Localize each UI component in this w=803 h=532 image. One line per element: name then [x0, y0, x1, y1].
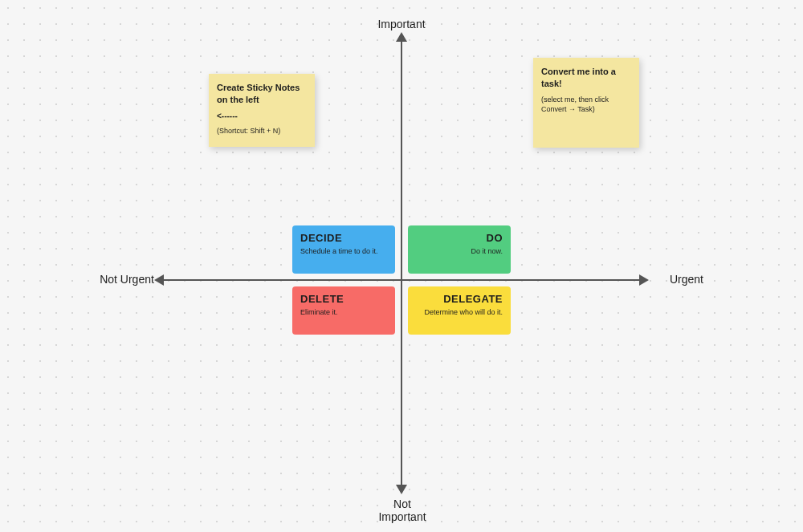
sticky-note-convert-hint: (select me, then click Convert → Task): [541, 95, 631, 114]
eisenhower-matrix-canvas[interactable]: Important Not Important Urgent Not Urgen…: [0, 0, 803, 532]
sticky-note-create-text: Create Sticky Notes on the left: [217, 82, 307, 106]
quadrant-do-subtitle: Do it now.: [416, 247, 503, 256]
arrowhead-left-icon: [154, 274, 164, 286]
quadrant-delegate-title: DELEGATE: [416, 293, 503, 305]
quadrant-decide-subtitle: Schedule a time to do it.: [300, 247, 387, 256]
quadrant-delete-title: DELETE: [300, 293, 387, 305]
quadrant-do[interactable]: DO Do it now.: [408, 225, 511, 274]
quadrant-delegate[interactable]: DELEGATE Determine who will do it.: [408, 286, 511, 335]
quadrant-delete-subtitle: Eliminate it.: [300, 308, 387, 317]
sticky-note-create[interactable]: Create Sticky Notes on the left <------ …: [209, 74, 315, 147]
quadrant-decide[interactable]: DECIDE Schedule a time to do it.: [292, 225, 395, 274]
arrowhead-down-icon: [396, 485, 407, 494]
arrowhead-right-icon: [639, 274, 649, 286]
quadrant-delete[interactable]: DELETE Eliminate it.: [292, 286, 395, 335]
quadrant-decide-title: DECIDE: [300, 232, 387, 244]
axis-label-urgent: Urgent: [662, 273, 711, 286]
sticky-note-convert-text: Convert me into a task!: [541, 66, 631, 90]
arrowhead-up-icon: [396, 32, 407, 42]
axis-vertical-line: [401, 37, 402, 489]
quadrant-delegate-subtitle: Determine who will do it.: [416, 308, 503, 317]
axis-label-not-urgent: Not Urgent: [95, 273, 159, 286]
sticky-note-convert[interactable]: Convert me into a task! (select me, then…: [533, 58, 639, 148]
quadrant-do-title: DO: [416, 232, 503, 244]
axis-label-important: Important: [374, 18, 429, 30]
axis-horizontal-line: [161, 279, 642, 281]
axis-label-not-important: Not Important: [374, 497, 430, 523]
sticky-note-create-arrow: <------: [217, 111, 307, 122]
sticky-note-create-hint: (Shortcut: Shift + N): [217, 126, 307, 136]
